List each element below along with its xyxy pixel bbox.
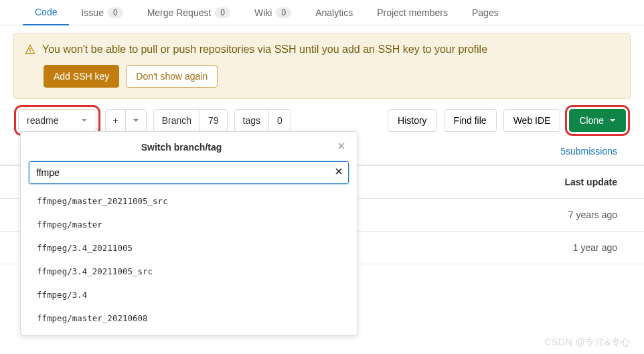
branch-value: 79 (199, 110, 227, 131)
branch-name: readme (27, 115, 58, 126)
repo-toolbar: readme + Branch 79 tags 0 History Find f… (0, 99, 644, 134)
add-menu[interactable]: + (105, 109, 146, 132)
dont-show-again-button[interactable]: Don't show again (126, 65, 218, 88)
branch-search-input[interactable] (29, 161, 349, 184)
tags-value: 0 (268, 110, 291, 131)
branch-list[interactable]: ffmpeg/master_20211005_src ffmpeg/master… (21, 189, 357, 330)
warning-icon (25, 44, 35, 55)
submissions-link[interactable]: 5submissions (560, 146, 617, 157)
tab-label: Pages (472, 7, 499, 18)
tab-project-members[interactable]: Project members (365, 0, 460, 25)
svg-point-1 (29, 52, 31, 53)
chevron-down-icon (125, 110, 146, 131)
highlight-branch: readme (16, 107, 98, 134)
branch-dropdown[interactable]: readme (18, 109, 96, 132)
watermark: CSDN @专注&专心 (544, 337, 631, 349)
close-icon[interactable] (334, 141, 349, 153)
tab-pages[interactable]: Pages (460, 0, 511, 25)
web-ide-button[interactable]: Web IDE (503, 109, 561, 132)
tab-code[interactable]: Code (23, 0, 69, 25)
tab-label: Analytics (315, 7, 353, 18)
list-item[interactable]: ffmpeg/master_20211005_src (37, 189, 353, 213)
ssh-alert: You won't be able to pull or push reposi… (13, 33, 631, 99)
clone-label: Clone (579, 115, 604, 126)
branch-label: Branch (154, 110, 199, 131)
tab-label: Merge Request (147, 7, 212, 18)
tab-wiki[interactable]: Wiki0 (242, 0, 303, 25)
list-item[interactable]: ffmpeg/master (37, 213, 353, 236)
add-ssh-button[interactable]: Add SSH key (44, 65, 119, 88)
highlight-clone: Clone (567, 107, 628, 134)
tab-label: Project members (377, 7, 448, 18)
branch-count[interactable]: Branch 79 (153, 109, 228, 132)
cell-last-update: 7 years ago (568, 209, 617, 220)
switch-branch-dropdown: Switch branch/tag ffmpeg/master_20211005… (20, 131, 357, 336)
tags-label: tags (235, 110, 268, 131)
dropdown-title: Switch branch/tag (29, 142, 334, 153)
tab-badge: 0 (108, 7, 123, 18)
tags-count[interactable]: tags 0 (234, 109, 291, 132)
list-item[interactable]: ffmpeg/3.4 (37, 283, 353, 306)
list-item[interactable]: ffmpeg/3.4_20211005 (37, 236, 353, 260)
tab-badge: 0 (215, 7, 230, 18)
tab-badge: 0 (276, 7, 291, 18)
cell-last-update: 1 year ago (573, 242, 617, 253)
clone-button[interactable]: Clone (569, 109, 626, 132)
tab-label: Wiki (254, 7, 272, 18)
history-button[interactable]: History (388, 109, 437, 132)
clear-icon[interactable] (334, 167, 343, 179)
nav-tabs: Code Issue0 Merge Request0 Wiki0 Analyti… (0, 0, 644, 25)
tab-label: Code (35, 7, 57, 17)
alert-text: You won't be able to pull or push reposi… (42, 43, 487, 56)
tab-analytics[interactable]: Analytics (303, 0, 365, 25)
tab-merge-request[interactable]: Merge Request0 (135, 0, 242, 25)
plus-icon: + (106, 110, 125, 131)
chevron-down-icon (609, 117, 616, 124)
col-last-update: Last update (564, 177, 617, 187)
tab-issue[interactable]: Issue0 (69, 0, 135, 25)
find-file-button[interactable]: Find file (444, 109, 497, 132)
chevron-down-icon (81, 115, 88, 126)
list-item[interactable]: ffmpeg/master_20210608 (37, 306, 353, 330)
tab-label: Issue (81, 7, 103, 18)
list-item[interactable]: ffmpeg/3.4_20211005_src (37, 260, 353, 283)
